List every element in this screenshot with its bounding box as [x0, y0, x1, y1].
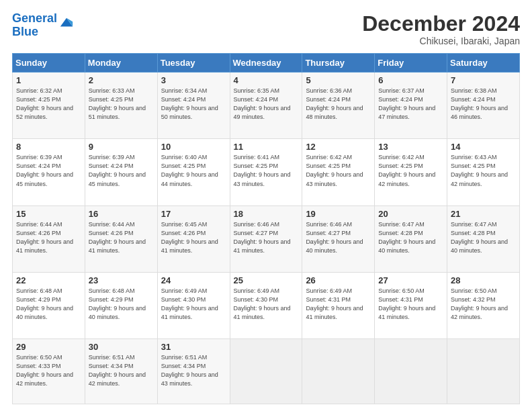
day-info: Sunrise: 6:50 AMSunset: 4:31 PMDaylight:… [378, 287, 435, 320]
day-info: Sunrise: 6:36 AMSunset: 4:24 PMDaylight:… [306, 87, 363, 120]
day-number: 21 [451, 209, 516, 219]
day-number: 8 [16, 142, 81, 152]
weekday-header-tuesday: Tuesday [157, 54, 230, 73]
day-info: Sunrise: 6:50 AMSunset: 4:33 PMDaylight:… [16, 354, 73, 387]
calendar-cell: 6 Sunrise: 6:37 AMSunset: 4:24 PMDayligh… [375, 73, 447, 139]
weekday-header-saturday: Saturday [447, 54, 520, 73]
day-info: Sunrise: 6:40 AMSunset: 4:25 PMDaylight:… [161, 154, 218, 187]
logo: GeneralBlue [12, 12, 74, 39]
day-number: 17 [161, 209, 226, 219]
day-info: Sunrise: 6:39 AMSunset: 4:24 PMDaylight:… [89, 154, 146, 187]
calendar-cell: 13 Sunrise: 6:42 AMSunset: 4:25 PMDaylig… [375, 139, 447, 205]
calendar-cell: 8 Sunrise: 6:39 AMSunset: 4:24 PMDayligh… [13, 139, 85, 205]
calendar-cell: 30 Sunrise: 6:51 AMSunset: 4:34 PMDaylig… [85, 339, 157, 404]
calendar-cell: 21 Sunrise: 6:47 AMSunset: 4:28 PMDaylig… [447, 205, 520, 272]
calendar-cell: 3 Sunrise: 6:34 AMSunset: 4:24 PMDayligh… [157, 73, 230, 139]
day-info: Sunrise: 6:44 AMSunset: 4:26 PMDaylight:… [89, 221, 146, 254]
day-number: 2 [89, 75, 154, 85]
calendar-cell: 23 Sunrise: 6:48 AMSunset: 4:29 PMDaylig… [85, 272, 157, 338]
calendar-cell: 28 Sunrise: 6:50 AMSunset: 4:32 PMDaylig… [447, 272, 520, 338]
day-number: 20 [378, 209, 443, 219]
day-info: Sunrise: 6:34 AMSunset: 4:24 PMDaylight:… [161, 87, 218, 120]
calendar-cell: 4 Sunrise: 6:35 AMSunset: 4:24 PMDayligh… [230, 73, 302, 139]
day-number: 26 [306, 275, 371, 285]
day-number: 24 [161, 275, 226, 285]
day-info: Sunrise: 6:49 AMSunset: 4:31 PMDaylight:… [306, 287, 363, 320]
day-number: 1 [16, 75, 81, 85]
day-info: Sunrise: 6:48 AMSunset: 4:29 PMDaylight:… [16, 287, 73, 320]
day-number: 27 [378, 275, 443, 285]
day-info: Sunrise: 6:50 AMSunset: 4:32 PMDaylight:… [451, 287, 508, 320]
weekday-header-monday: Monday [85, 54, 157, 73]
calendar-cell: 12 Sunrise: 6:42 AMSunset: 4:25 PMDaylig… [302, 139, 375, 205]
calendar-cell: 24 Sunrise: 6:49 AMSunset: 4:30 PMDaylig… [157, 272, 230, 338]
weekday-header-friday: Friday [375, 54, 447, 73]
day-info: Sunrise: 6:48 AMSunset: 4:29 PMDaylight:… [89, 287, 146, 320]
day-info: Sunrise: 6:46 AMSunset: 4:27 PMDaylight:… [234, 221, 291, 254]
day-number: 23 [89, 275, 154, 285]
day-number: 10 [161, 142, 226, 152]
day-info: Sunrise: 6:41 AMSunset: 4:25 PMDaylight:… [234, 154, 291, 187]
day-number: 31 [161, 342, 226, 352]
day-info: Sunrise: 6:37 AMSunset: 4:24 PMDaylight:… [378, 87, 435, 120]
calendar-cell: 15 Sunrise: 6:44 AMSunset: 4:26 PMDaylig… [13, 205, 85, 272]
calendar-cell: 7 Sunrise: 6:38 AMSunset: 4:24 PMDayligh… [447, 73, 520, 139]
day-info: Sunrise: 6:42 AMSunset: 4:25 PMDaylight:… [306, 154, 363, 187]
day-number: 7 [451, 75, 516, 85]
calendar-cell: 16 Sunrise: 6:44 AMSunset: 4:26 PMDaylig… [85, 205, 157, 272]
weekday-header-thursday: Thursday [302, 54, 375, 73]
calendar-cell: 1 Sunrise: 6:32 AMSunset: 4:25 PMDayligh… [13, 73, 85, 139]
day-info: Sunrise: 6:39 AMSunset: 4:24 PMDaylight:… [16, 154, 73, 187]
day-number: 18 [234, 209, 299, 219]
day-info: Sunrise: 6:45 AMSunset: 4:26 PMDaylight:… [161, 221, 218, 254]
day-number: 28 [451, 275, 516, 285]
logo-icon [59, 15, 74, 30]
day-number: 13 [378, 142, 443, 152]
weekday-header-wednesday: Wednesday [230, 54, 302, 73]
day-number: 6 [378, 75, 443, 85]
day-number: 15 [16, 209, 81, 219]
day-number: 16 [89, 209, 154, 219]
day-info: Sunrise: 6:47 AMSunset: 4:28 PMDaylight:… [451, 221, 508, 254]
calendar-cell: 10 Sunrise: 6:40 AMSunset: 4:25 PMDaylig… [157, 139, 230, 205]
calendar-cell: 20 Sunrise: 6:47 AMSunset: 4:28 PMDaylig… [375, 205, 447, 272]
calendar-cell [447, 339, 520, 404]
day-number: 12 [306, 142, 371, 152]
day-info: Sunrise: 6:32 AMSunset: 4:25 PMDaylight:… [16, 87, 73, 120]
day-info: Sunrise: 6:35 AMSunset: 4:24 PMDaylight:… [234, 87, 291, 120]
logo-text: GeneralBlue [12, 12, 57, 39]
calendar-cell: 19 Sunrise: 6:46 AMSunset: 4:27 PMDaylig… [302, 205, 375, 272]
calendar-cell: 2 Sunrise: 6:33 AMSunset: 4:25 PMDayligh… [85, 73, 157, 139]
day-number: 5 [306, 75, 371, 85]
calendar-cell: 22 Sunrise: 6:48 AMSunset: 4:29 PMDaylig… [13, 272, 85, 338]
day-info: Sunrise: 6:38 AMSunset: 4:24 PMDaylight:… [451, 87, 508, 120]
main-title: December 2024 [362, 12, 520, 36]
day-info: Sunrise: 6:46 AMSunset: 4:27 PMDaylight:… [306, 221, 363, 254]
calendar-cell: 18 Sunrise: 6:46 AMSunset: 4:27 PMDaylig… [230, 205, 302, 272]
weekday-header-sunday: Sunday [13, 54, 85, 73]
day-number: 4 [234, 75, 299, 85]
day-info: Sunrise: 6:33 AMSunset: 4:25 PMDaylight:… [89, 87, 146, 120]
day-info: Sunrise: 6:51 AMSunset: 4:34 PMDaylight:… [161, 354, 218, 387]
day-info: Sunrise: 6:49 AMSunset: 4:30 PMDaylight:… [234, 287, 291, 320]
calendar-cell: 27 Sunrise: 6:50 AMSunset: 4:31 PMDaylig… [375, 272, 447, 338]
day-number: 19 [306, 209, 371, 219]
day-number: 11 [234, 142, 299, 152]
day-number: 22 [16, 275, 81, 285]
calendar-cell: 25 Sunrise: 6:49 AMSunset: 4:30 PMDaylig… [230, 272, 302, 338]
day-info: Sunrise: 6:43 AMSunset: 4:25 PMDaylight:… [451, 154, 508, 187]
day-info: Sunrise: 6:42 AMSunset: 4:25 PMDaylight:… [378, 154, 435, 187]
calendar-cell [302, 339, 375, 404]
title-block: December 2024 Chikusei, Ibaraki, Japan [362, 12, 520, 46]
calendar-cell: 29 Sunrise: 6:50 AMSunset: 4:33 PMDaylig… [13, 339, 85, 404]
header: GeneralBlue December 2024 Chikusei, Ibar… [12, 12, 520, 46]
day-number: 14 [451, 142, 516, 152]
calendar-cell: 9 Sunrise: 6:39 AMSunset: 4:24 PMDayligh… [85, 139, 157, 205]
calendar-cell: 5 Sunrise: 6:36 AMSunset: 4:24 PMDayligh… [302, 73, 375, 139]
calendar-cell: 17 Sunrise: 6:45 AMSunset: 4:26 PMDaylig… [157, 205, 230, 272]
day-number: 3 [161, 75, 226, 85]
calendar-table: SundayMondayTuesdayWednesdayThursdayFrid… [12, 53, 520, 404]
calendar-cell: 11 Sunrise: 6:41 AMSunset: 4:25 PMDaylig… [230, 139, 302, 205]
page: GeneralBlue December 2024 Chikusei, Ibar… [0, 0, 532, 411]
day-info: Sunrise: 6:51 AMSunset: 4:34 PMDaylight:… [89, 354, 146, 387]
